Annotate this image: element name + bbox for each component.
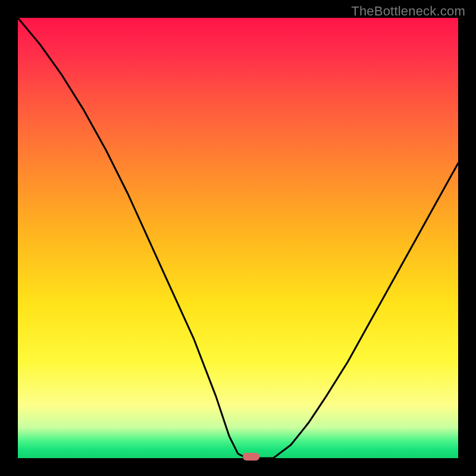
chart-frame: TheBottleneck.com xyxy=(0,0,476,476)
bottleneck-curve xyxy=(18,18,458,458)
chart-svg xyxy=(18,18,458,458)
plot-area xyxy=(18,18,458,458)
watermark-label: TheBottleneck.com xyxy=(351,4,465,19)
optimal-marker xyxy=(243,453,259,461)
